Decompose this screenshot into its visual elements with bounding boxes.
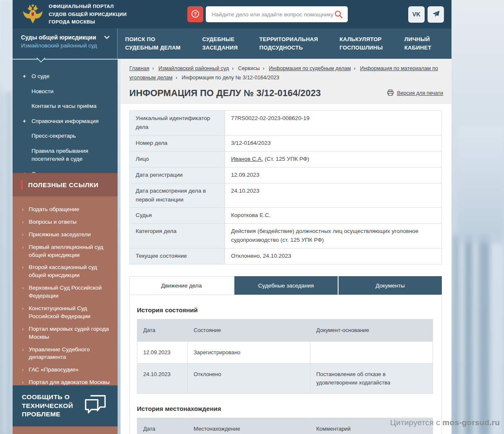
case-info-row: Номер дела 3/12-0164/2023	[130, 135, 442, 151]
report-problem-button[interactable]: СООБЩИТЬ О ТЕХНИЧЕСКОЙ ПРОБЛЕМЕ	[13, 385, 118, 426]
link-magistrates-portal[interactable]: ›Портал мировых судей города Москвы	[22, 325, 111, 341]
breadcrumb-case-info[interactable]: Информация по судебным делам	[269, 65, 351, 71]
portal-title-line: ГОРОДА МОСКВЫ	[49, 18, 127, 26]
useful-links-title: ПОЛЕЗНЫЕ ССЫЛКИ	[28, 181, 99, 188]
link-submit-appeal[interactable]: ›Подать обращение	[22, 206, 111, 214]
nav-item-territorial-jurisdiction[interactable]: ТЕРРИТОРИАЛЬНАЯ ПОДСУДНОСТЬ	[260, 35, 318, 52]
states-history-title: История состояний	[137, 306, 433, 314]
case-number-value: 3/12-0164/2023	[225, 135, 442, 151]
case-info-row: Судья Короткова Е.С.	[130, 208, 442, 224]
tab-hearings[interactable]: Судебные заседания	[234, 276, 338, 295]
coat-of-arms-icon	[22, 3, 44, 26]
portal-title: ОФИЦИАЛЬНЫЙ ПОРТАЛ СУДОВ ОБЩЕЙ ЮРИСДИКЦИ…	[49, 3, 127, 26]
sidebar-item-press-secretary[interactable]: Пресс-секретарь	[23, 128, 112, 144]
current-state-value: Отклонено, 24.10.2023	[225, 248, 442, 264]
sidebar-menu: +О суде Новости Контакты и часы приёма +…	[13, 59, 118, 173]
link-gas-pravosudie[interactable]: ›ГАС «Правосудие»	[22, 366, 111, 374]
link-first-appellate-court[interactable]: ›Первый апелляционный суд общей юрисдикц…	[22, 243, 111, 259]
sidebar-item-visitor-rules[interactable]: Правила пребывания посетителей в суде	[23, 144, 112, 167]
court-selector[interactable]: Суды общей юрисдикции Измайловский район…	[13, 29, 118, 59]
nav-item-case-search[interactable]: ПОИСК ПО СУДЕБНЫМ ДЕЛАМ	[125, 35, 181, 52]
breadcrumb-court[interactable]: Измайловский районный суд	[158, 65, 229, 71]
person-link[interactable]: Иванов С.А.	[231, 156, 263, 162]
search-input[interactable]	[212, 11, 334, 18]
site-header: ОФИЦИАЛЬНЫЙ ПОРТАЛ СУДОВ ОБЩЕЙ ЮРИСДИКЦИ…	[13, 0, 452, 29]
case-tabs: Движение дела Судебные заседания Докумен…	[129, 276, 442, 295]
selected-court[interactable]: Измайловский районный суд	[21, 42, 110, 49]
breadcrumb-current: Информация по делу № 3/12-0164/2023	[182, 75, 280, 81]
sidebar-bottom-strip	[13, 426, 118, 434]
social-buttons: VK	[408, 6, 444, 23]
svg-text:?: ?	[194, 11, 197, 16]
useful-links-header: ПОЛЕЗНЫЕ ССЫЛКИ	[13, 173, 118, 196]
link-jurors[interactable]: ›Присяжные заседатели	[22, 231, 111, 239]
page-title: ИНФОРМАЦИЯ ПО ДЕЛУ № 3/12-0164/2023	[129, 88, 321, 99]
case-info-row: Лицо Иванов С.А. (Ст. 125 УПК РФ)	[130, 151, 442, 167]
page: ОФИЦИАЛЬНЫЙ ПОРТАЛ СУДОВ ОБЩЕЙ ЮРИСДИКЦИ…	[0, 0, 504, 434]
sidebar-item-about-court[interactable]: +О суде	[23, 69, 112, 84]
table-header-row: Дата Состояние Документ-основание	[137, 319, 433, 342]
breadcrumb-home[interactable]: Главная	[129, 65, 150, 71]
background-left-top	[0, 0, 14, 92]
tab-documents[interactable]: Документы	[338, 276, 442, 295]
sidebar-top-line	[13, 59, 118, 60]
page-header-panel: Главная› Измайловский районный суд› Серв…	[121, 59, 452, 104]
registration-date-value: 12.09.2023	[225, 167, 442, 183]
sidebar-item-news[interactable]: Новости	[23, 84, 112, 99]
link-lawyers-portal[interactable]: ›Портал для адвокатов Москвы	[22, 379, 111, 385]
telegram-icon	[432, 10, 440, 19]
vk-button[interactable]: VK	[408, 6, 425, 23]
print-version-link[interactable]: Версия для печати	[387, 89, 443, 97]
states-history-table: Дата Состояние Документ-основание 12.09.…	[137, 319, 433, 394]
breadcrumb: Главная› Измайловский районный суд› Серв…	[129, 64, 443, 83]
link-second-cassation-court[interactable]: ›Второй кассационный суд общей юрисдикци…	[22, 264, 111, 280]
link-arrow-icon: ›	[22, 206, 24, 214]
search-box	[206, 6, 348, 22]
link-judicial-department[interactable]: ›Управление Судебного департамента	[22, 346, 111, 362]
link-faq[interactable]: ›Вопросы и ответы	[22, 218, 111, 226]
case-uid-value: 77RS0022-02-2023-008620-19	[225, 111, 442, 136]
expand-plus-icon: +	[23, 72, 27, 81]
nav-item-personal-cabinet[interactable]: ЛИЧНЫЙ КАБИНЕТ	[404, 35, 431, 52]
vk-icon: VK	[412, 11, 420, 18]
background-buildings	[454, 235, 504, 434]
portal-title-line: СУДОВ ОБЩЕЙ ЮРИСДИКЦИИ	[49, 10, 127, 18]
category-value: Действия (бездействие) должностных лиц о…	[225, 224, 442, 248]
nav-item-fee-calculator[interactable]: КАЛЬКУЛЯТОР ГОСПОШЛИНЫ	[340, 35, 383, 52]
tab-case-movement[interactable]: Движение дела	[129, 276, 234, 295]
chevron-down-icon	[104, 34, 110, 41]
citation-watermark: Цитируется с mos-gorsud.ru	[390, 418, 500, 427]
main-nav: Суды общей юрисдикции Измайловский район…	[13, 29, 452, 59]
breadcrumb-services: Сервисы	[238, 65, 260, 71]
question-circle-icon: ?	[191, 9, 200, 20]
court-selector-label: Суды общей юрисдикции	[21, 34, 96, 41]
first-instance-date-value: 24.10.2023	[225, 183, 442, 208]
link-constitutional-court[interactable]: ›Конституционный Суд Российской Федераци…	[22, 305, 111, 321]
chat-bubbles-icon	[83, 394, 108, 418]
portal-title-line: ОФИЦИАЛЬНЫЙ ПОРТАЛ	[49, 3, 127, 10]
sidebar-item-reference-info[interactable]: +Справочная информация	[23, 114, 112, 129]
background-sky	[458, 126, 504, 243]
sidebar-item-contacts[interactable]: Контакты и часы приёма	[23, 99, 112, 114]
red-accent-bar	[21, 180, 23, 189]
case-content-panel: Уникальный идентификатор дела 77RS0022-0…	[121, 104, 452, 434]
nav-items: ПОИСК ПО СУДЕБНЫМ ДЕЛАМ СУДЕБНЫЕ ЗАСЕДАН…	[118, 29, 452, 59]
telegram-button[interactable]	[428, 6, 444, 23]
expand-plus-icon: +	[23, 117, 27, 125]
case-info-row: Дата рассмотрения дела в первой инстанци…	[130, 183, 442, 208]
case-info-row: Уникальный идентификатор дела 77RS0022-0…	[130, 111, 442, 136]
location-history-title: История местонахождения	[137, 405, 433, 412]
assistant-help-button[interactable]: ?	[187, 6, 203, 22]
link-supreme-court[interactable]: ›Верховный Суд Российской Федерации	[22, 284, 111, 300]
search-icon[interactable]	[334, 10, 344, 19]
useful-links-list: ›Подать обращение ›Вопросы и ответы ›При…	[13, 196, 118, 385]
background-left-strip	[0, 84, 14, 434]
printer-icon	[387, 89, 394, 97]
case-info-row: Дата регистрации 12.09.2023	[130, 167, 442, 183]
table-row: 24.10.2023 Отклонено Постановление об от…	[137, 363, 433, 394]
case-movement-panel: История состояний Дата Состояние Докумен…	[129, 295, 442, 434]
nav-item-hearings[interactable]: СУДЕБНЫЕ ЗАСЕДАНИЯ	[202, 35, 238, 52]
breadcrumb-separator-icon: ›	[152, 65, 154, 71]
search-area: ?	[187, 6, 348, 22]
case-info-row: Текущее состояние Отклонено, 24.10.2023	[130, 248, 442, 264]
